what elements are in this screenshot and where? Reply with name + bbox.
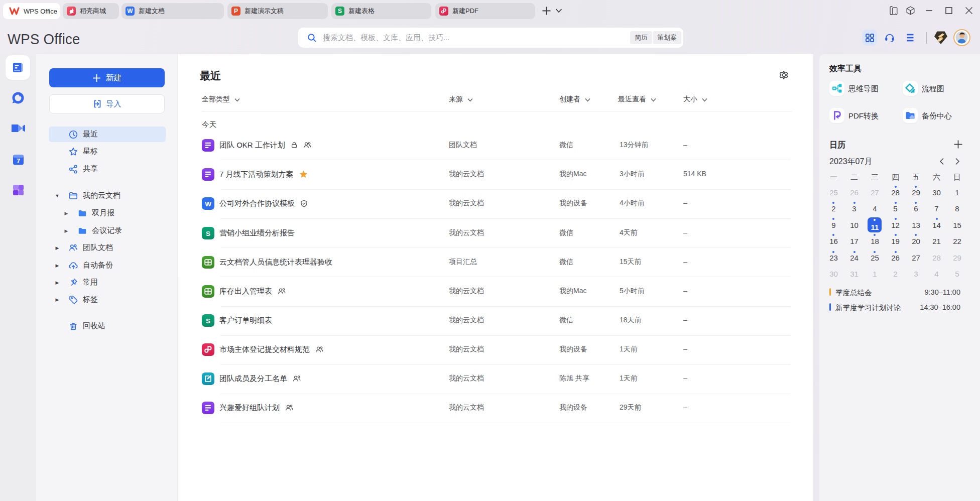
svg-text:7: 7 — [17, 157, 20, 165]
svg-text:S: S — [206, 317, 210, 325]
svg-text:S: S — [206, 230, 210, 237]
svg-text:W: W — [205, 200, 211, 208]
